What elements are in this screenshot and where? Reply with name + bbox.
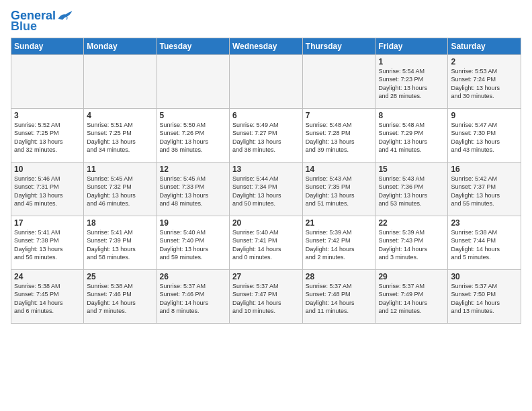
calendar-cell: 12Sunrise: 5:45 AM Sunset: 7:33 PM Dayli… xyxy=(157,162,229,216)
calendar-cell: 30Sunrise: 5:37 AM Sunset: 7:50 PM Dayli… xyxy=(448,269,521,323)
calendar-cell: 26Sunrise: 5:37 AM Sunset: 7:46 PM Dayli… xyxy=(157,269,229,323)
calendar-week-row: 24Sunrise: 5:38 AM Sunset: 7:45 PM Dayli… xyxy=(11,269,521,323)
weekday-header-sunday: Sunday xyxy=(11,38,84,54)
calendar-cell: 4Sunrise: 5:51 AM Sunset: 7:25 PM Daylig… xyxy=(84,108,157,162)
day-number: 6 xyxy=(232,111,300,120)
calendar-cell: 6Sunrise: 5:49 AM Sunset: 7:27 PM Daylig… xyxy=(229,108,302,162)
calendar-table: SundayMondayTuesdayWednesdayThursdayFrid… xyxy=(11,38,521,324)
day-info-text: Sunrise: 5:37 AM Sunset: 7:46 PM Dayligh… xyxy=(160,282,226,316)
day-number: 19 xyxy=(160,218,226,228)
day-number: 12 xyxy=(160,165,226,174)
day-info-text: Sunrise: 5:37 AM Sunset: 7:49 PM Dayligh… xyxy=(378,282,445,316)
day-number: 28 xyxy=(306,272,373,281)
calendar-cell: 19Sunrise: 5:40 AM Sunset: 7:40 PM Dayli… xyxy=(157,216,229,269)
day-info-text: Sunrise: 5:40 AM Sunset: 7:41 PM Dayligh… xyxy=(232,228,300,262)
day-info-text: Sunrise: 5:40 AM Sunset: 7:40 PM Dayligh… xyxy=(160,228,226,262)
calendar-cell: 24Sunrise: 5:38 AM Sunset: 7:45 PM Dayli… xyxy=(11,269,84,323)
day-info-text: Sunrise: 5:54 AM Sunset: 7:23 PM Dayligh… xyxy=(378,67,445,101)
calendar-cell: 28Sunrise: 5:37 AM Sunset: 7:48 PM Dayli… xyxy=(302,269,375,323)
weekday-header-thursday: Thursday xyxy=(302,38,375,54)
calendar-cell: 20Sunrise: 5:40 AM Sunset: 7:41 PM Dayli… xyxy=(229,216,302,269)
weekday-header-saturday: Saturday xyxy=(448,38,521,54)
weekday-header-tuesday: Tuesday xyxy=(157,38,229,54)
calendar-cell: 5Sunrise: 5:50 AM Sunset: 7:26 PM Daylig… xyxy=(157,108,229,162)
day-info-text: Sunrise: 5:48 AM Sunset: 7:29 PM Dayligh… xyxy=(378,121,445,154)
logo-bird-icon xyxy=(57,9,73,22)
calendar-cell xyxy=(11,54,84,108)
day-number: 1 xyxy=(378,57,445,66)
calendar-cell xyxy=(157,54,229,108)
calendar-cell: 18Sunrise: 5:41 AM Sunset: 7:39 PM Dayli… xyxy=(84,216,157,269)
calendar-cell xyxy=(302,54,375,108)
calendar-cell: 9Sunrise: 5:47 AM Sunset: 7:30 PM Daylig… xyxy=(448,108,521,162)
day-number: 14 xyxy=(306,165,373,174)
day-info-text: Sunrise: 5:45 AM Sunset: 7:33 PM Dayligh… xyxy=(160,175,226,208)
day-number: 17 xyxy=(14,218,81,228)
weekday-header-friday: Friday xyxy=(375,38,448,54)
day-number: 2 xyxy=(451,57,518,66)
day-number: 20 xyxy=(232,218,300,228)
day-number: 7 xyxy=(306,111,373,120)
day-info-text: Sunrise: 5:47 AM Sunset: 7:30 PM Dayligh… xyxy=(451,121,518,154)
day-info-text: Sunrise: 5:53 AM Sunset: 7:24 PM Dayligh… xyxy=(451,67,518,101)
day-info-text: Sunrise: 5:46 AM Sunset: 7:31 PM Dayligh… xyxy=(14,175,81,208)
calendar-week-row: 3Sunrise: 5:52 AM Sunset: 7:25 PM Daylig… xyxy=(11,108,521,162)
day-number: 4 xyxy=(87,111,153,120)
day-info-text: Sunrise: 5:44 AM Sunset: 7:34 PM Dayligh… xyxy=(232,175,300,208)
day-info-text: Sunrise: 5:43 AM Sunset: 7:35 PM Dayligh… xyxy=(306,175,373,208)
day-info-text: Sunrise: 5:48 AM Sunset: 7:28 PM Dayligh… xyxy=(306,121,373,154)
calendar-cell: 21Sunrise: 5:39 AM Sunset: 7:42 PM Dayli… xyxy=(302,216,375,269)
day-number: 30 xyxy=(451,272,518,281)
calendar-week-row: 10Sunrise: 5:46 AM Sunset: 7:31 PM Dayli… xyxy=(11,162,521,216)
day-info-text: Sunrise: 5:51 AM Sunset: 7:25 PM Dayligh… xyxy=(87,121,153,154)
day-info-text: Sunrise: 5:41 AM Sunset: 7:38 PM Dayligh… xyxy=(14,228,81,262)
day-number: 13 xyxy=(232,165,300,174)
day-number: 15 xyxy=(378,165,445,174)
day-number: 21 xyxy=(306,218,373,228)
header: General Blue xyxy=(11,7,521,34)
day-number: 16 xyxy=(451,165,518,174)
day-number: 3 xyxy=(14,111,81,120)
calendar-cell: 17Sunrise: 5:41 AM Sunset: 7:38 PM Dayli… xyxy=(11,216,84,269)
day-number: 23 xyxy=(451,218,518,228)
calendar-page: General Blue SundayMondayTuesdayWednesda… xyxy=(0,0,532,411)
calendar-cell: 7Sunrise: 5:48 AM Sunset: 7:28 PM Daylig… xyxy=(302,108,375,162)
logo: General Blue xyxy=(11,9,73,34)
day-info-text: Sunrise: 5:38 AM Sunset: 7:44 PM Dayligh… xyxy=(451,228,518,262)
day-info-text: Sunrise: 5:38 AM Sunset: 7:46 PM Dayligh… xyxy=(87,282,153,316)
weekday-header-wednesday: Wednesday xyxy=(229,38,302,54)
day-number: 5 xyxy=(160,111,226,120)
calendar-week-row: 1Sunrise: 5:54 AM Sunset: 7:23 PM Daylig… xyxy=(11,54,521,108)
calendar-cell: 14Sunrise: 5:43 AM Sunset: 7:35 PM Dayli… xyxy=(302,162,375,216)
calendar-cell: 1Sunrise: 5:54 AM Sunset: 7:23 PM Daylig… xyxy=(375,54,448,108)
day-number: 27 xyxy=(232,272,300,281)
day-number: 9 xyxy=(451,111,518,120)
calendar-cell: 3Sunrise: 5:52 AM Sunset: 7:25 PM Daylig… xyxy=(11,108,84,162)
calendar-cell: 13Sunrise: 5:44 AM Sunset: 7:34 PM Dayli… xyxy=(229,162,302,216)
calendar-cell: 25Sunrise: 5:38 AM Sunset: 7:46 PM Dayli… xyxy=(84,269,157,323)
day-number: 24 xyxy=(14,272,81,281)
day-info-text: Sunrise: 5:37 AM Sunset: 7:48 PM Dayligh… xyxy=(306,282,373,316)
calendar-cell: 16Sunrise: 5:42 AM Sunset: 7:37 PM Dayli… xyxy=(448,162,521,216)
day-info-text: Sunrise: 5:38 AM Sunset: 7:45 PM Dayligh… xyxy=(14,282,81,316)
day-info-text: Sunrise: 5:37 AM Sunset: 7:47 PM Dayligh… xyxy=(232,282,300,316)
calendar-cell xyxy=(84,54,157,108)
day-info-text: Sunrise: 5:50 AM Sunset: 7:26 PM Dayligh… xyxy=(160,121,226,154)
day-info-text: Sunrise: 5:43 AM Sunset: 7:36 PM Dayligh… xyxy=(378,175,445,208)
day-number: 18 xyxy=(87,218,153,228)
day-info-text: Sunrise: 5:39 AM Sunset: 7:43 PM Dayligh… xyxy=(378,228,445,262)
calendar-cell: 10Sunrise: 5:46 AM Sunset: 7:31 PM Dayli… xyxy=(11,162,84,216)
day-info-text: Sunrise: 5:39 AM Sunset: 7:42 PM Dayligh… xyxy=(306,228,373,262)
day-number: 11 xyxy=(87,165,153,174)
day-info-text: Sunrise: 5:52 AM Sunset: 7:25 PM Dayligh… xyxy=(14,121,81,154)
day-number: 10 xyxy=(14,165,81,174)
day-number: 22 xyxy=(378,218,445,228)
weekday-header-monday: Monday xyxy=(84,38,157,54)
day-number: 8 xyxy=(378,111,445,120)
calendar-cell: 27Sunrise: 5:37 AM Sunset: 7:47 PM Dayli… xyxy=(229,269,302,323)
day-number: 26 xyxy=(160,272,226,281)
calendar-cell: 23Sunrise: 5:38 AM Sunset: 7:44 PM Dayli… xyxy=(448,216,521,269)
calendar-cell: 2Sunrise: 5:53 AM Sunset: 7:24 PM Daylig… xyxy=(448,54,521,108)
day-number: 29 xyxy=(378,272,445,281)
calendar-week-row: 17Sunrise: 5:41 AM Sunset: 7:38 PM Dayli… xyxy=(11,216,521,269)
